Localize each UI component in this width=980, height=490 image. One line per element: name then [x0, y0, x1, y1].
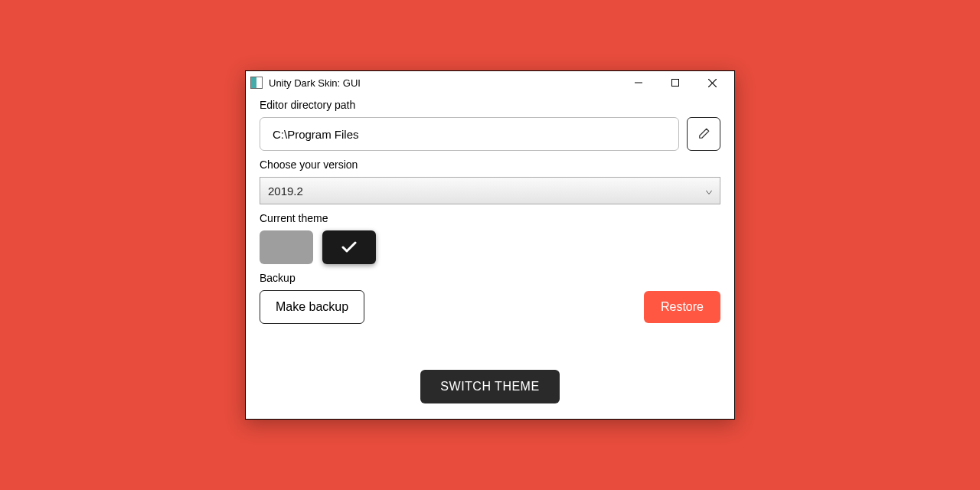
- theme-option-light[interactable]: [260, 230, 313, 264]
- path-row: [260, 117, 720, 151]
- app-window: Unity Dark Skin: GUI Editor directory pa…: [245, 70, 735, 420]
- backup-row: Make backup Restore: [260, 290, 720, 324]
- pencil-icon: [697, 127, 710, 141]
- version-select[interactable]: 2019.2: [260, 177, 720, 204]
- svg-rect-0: [672, 80, 679, 87]
- version-selected-value: 2019.2: [268, 185, 303, 198]
- backup-label: Backup: [260, 272, 720, 284]
- window-controls: [621, 72, 730, 93]
- minimize-icon: [635, 79, 642, 87]
- chevron-down-icon: [706, 185, 712, 198]
- theme-row: [260, 230, 720, 264]
- titlebar: Unity Dark Skin: GUI: [246, 71, 734, 94]
- maximize-button[interactable]: [658, 72, 693, 93]
- path-label: Editor directory path: [260, 99, 720, 111]
- version-label: Choose your version: [260, 158, 720, 171]
- switch-theme-button[interactable]: SWITCH THEME: [420, 370, 559, 403]
- maximize-icon: [671, 79, 679, 87]
- check-icon: [341, 241, 357, 253]
- close-icon: [708, 79, 717, 87]
- edit-path-button[interactable]: [687, 117, 720, 151]
- content-area: Editor directory path Choose your versio…: [246, 94, 734, 419]
- app-icon: [250, 77, 263, 89]
- switch-row: SWITCH THEME: [260, 370, 720, 403]
- close-button[interactable]: [694, 72, 730, 93]
- restore-button[interactable]: Restore: [644, 291, 720, 323]
- path-input[interactable]: [260, 117, 679, 151]
- minimize-button[interactable]: [621, 72, 656, 93]
- theme-label: Current theme: [260, 212, 720, 224]
- theme-option-dark[interactable]: [322, 230, 376, 264]
- window-title: Unity Dark Skin: GUI: [269, 77, 621, 89]
- make-backup-button[interactable]: Make backup: [260, 290, 364, 324]
